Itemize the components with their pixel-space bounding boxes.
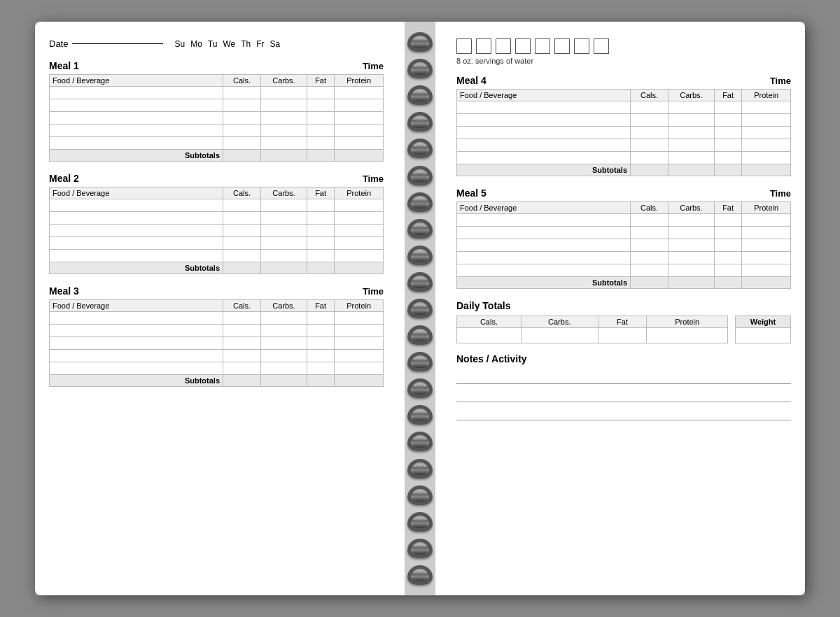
meal4-subtotals-label: Subtotals [457,164,631,176]
meal3-subtotal-cals[interactable] [223,375,261,387]
meal1-subtotal-fat[interactable] [307,150,335,162]
spiral-ring [407,32,433,52]
meal1-subtotal-cals[interactable] [223,150,261,162]
daily-total-carbs[interactable] [521,328,598,343]
spiral-ring [407,459,433,478]
meal2-subtotal-fat[interactable] [307,262,335,274]
spiral-ring [407,219,433,239]
water-checkbox-1[interactable] [456,38,472,54]
meal4-subtotal-fat[interactable] [714,164,742,176]
table-row[interactable] [457,152,791,164]
table-row[interactable] [50,199,384,212]
meal5-subtotals-row: Subtotals [457,277,791,289]
spiral-ring [407,352,433,371]
daily-totals-col-protein: Protein [647,316,728,328]
meal5-subtotal-fat[interactable] [714,277,742,289]
table-row[interactable] [457,239,791,252]
meal5-subtotal-protein[interactable] [742,277,791,289]
meal1-subtotal-carbs[interactable] [261,150,307,162]
meal3-subtotal-fat[interactable] [307,375,335,387]
meal5-subtotals-label: Subtotals [457,277,631,289]
day-su: Su [174,39,185,49]
daily-totals-layout: Cals. Carbs. Fat Protein [456,315,791,343]
daily-total-protein[interactable] [647,328,728,343]
weight-value[interactable] [736,328,791,343]
table-row[interactable] [50,350,384,362]
water-checkbox-5[interactable] [535,38,550,54]
table-row[interactable] [457,227,791,239]
water-checkbox-8[interactable] [594,38,609,54]
spiral-ring [407,405,433,425]
meal4-subtotals-row: Subtotals [457,164,791,176]
table-row[interactable] [50,225,384,237]
meal1-title: Meal 1 [49,60,79,71]
meal3-col-carbs: Carbs. [261,300,307,312]
table-row[interactable] [457,252,791,264]
table-row[interactable] [50,212,384,225]
spiral-ring [407,299,433,318]
water-section: 8 oz. servings of water [456,38,791,65]
table-row[interactable] [457,214,791,227]
meal4-subtotal-protein[interactable] [742,164,791,176]
table-row[interactable] [50,137,384,150]
meal4-header: Meal 4 Time [456,75,791,86]
table-row[interactable] [50,99,384,112]
table-row[interactable] [50,125,384,137]
daily-total-cals[interactable] [457,328,522,343]
spiral-ring [407,112,433,132]
meal2-col-cals: Cals. [223,187,261,199]
table-row[interactable] [457,101,791,114]
notes-line-2[interactable] [456,388,791,402]
date-header: Date Su Mo Tu We Th Fr Sa [49,38,384,49]
meal3-subtotal-carbs[interactable] [261,375,307,387]
table-row[interactable] [50,87,384,99]
daily-total-fat[interactable] [598,328,647,343]
left-page: Date Su Mo Tu We Th Fr Sa Meal 1 Time [35,22,405,595]
meal4-title: Meal 4 [456,75,486,86]
notes-line-3[interactable] [456,406,791,420]
meal2-col-food: Food / Beverage [50,187,223,199]
table-row[interactable] [50,325,384,337]
meal5-subtotal-carbs[interactable] [668,277,715,289]
table-row[interactable] [50,112,384,125]
meal2-col-carbs: Carbs. [261,187,307,199]
meal2-subtotals-row: Subtotals [50,262,384,274]
water-checkbox-2[interactable] [476,38,491,54]
water-checkbox-7[interactable] [574,38,589,54]
table-row[interactable] [457,127,791,139]
table-row[interactable] [457,114,791,127]
day-mo: Mo [190,39,202,49]
water-checkbox-3[interactable] [496,38,511,54]
meal4-subtotal-cals[interactable] [631,164,668,176]
table-row[interactable] [457,139,791,152]
meal2-subtotals-label: Subtotals [50,262,223,274]
meal2-subtotal-protein[interactable] [335,262,384,274]
meal1-subtotal-protein[interactable] [335,150,384,162]
notes-line-1[interactable] [456,370,791,384]
meal3-subtotal-protein[interactable] [335,375,384,387]
meal1-section: Meal 1 Time Food / Beverage Cals. Carbs.… [49,60,384,162]
water-checkbox-6[interactable] [554,38,570,54]
meal1-col-cals: Cals. [223,75,261,87]
meal5-subtotal-cals[interactable] [631,277,668,289]
spiral-ring [407,59,433,78]
meal2-time-label: Time [363,173,384,184]
table-row[interactable] [50,312,384,325]
meal4-col-fat: Fat [714,90,742,101]
meal2-subtotal-carbs[interactable] [261,262,307,274]
table-row[interactable] [50,362,384,375]
table-row[interactable] [457,264,791,277]
spiral-ring [407,85,433,105]
table-row[interactable] [50,337,384,350]
meal4-subtotal-carbs[interactable] [668,164,715,176]
water-label: 8 oz. servings of water [456,57,791,65]
daily-totals-col-cals: Cals. [457,316,522,328]
water-checkbox-4[interactable] [515,38,531,54]
date-line[interactable] [72,43,163,44]
spiral-ring [407,272,433,292]
meal1-subtotals-label: Subtotals [50,150,223,162]
table-row[interactable] [50,237,384,250]
daily-totals-row[interactable] [457,328,728,343]
meal2-subtotal-cals[interactable] [223,262,261,274]
table-row[interactable] [50,250,384,262]
